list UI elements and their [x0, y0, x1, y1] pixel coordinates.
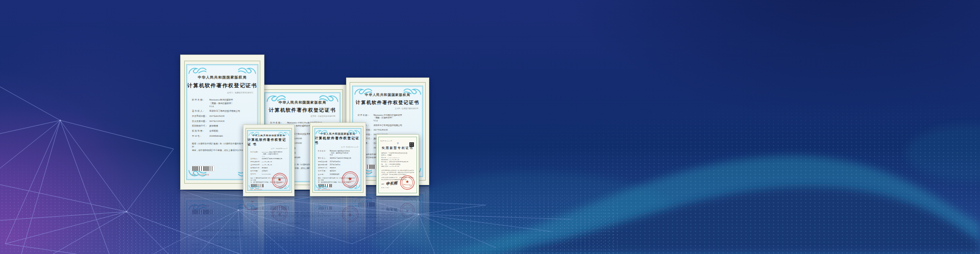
certificate-title: 计算机软件著作权登记证 书: [315, 248, 361, 254]
page-note: 第1页（共1页）: [381, 204, 398, 206]
corner-flourish-icon: [188, 169, 207, 177]
corner-flourish-icon: [315, 184, 328, 189]
certificate-title: 计算机软件著作权登记证书: [269, 107, 336, 114]
field-value: 深圳市马丁格尼尔技术有限公司: [262, 234, 282, 236]
seal-text: 国家知识产权局: [403, 184, 411, 186]
certificate-field-row: 开发完成日期：2017年05月01日: [358, 129, 418, 132]
certificate-field-row: 开发完成日期：2017年05月01日: [251, 231, 287, 233]
field-value: Martiantrier 双头二维码打标软件 〔简称：二维码打标软件〕 V1.0: [262, 151, 283, 158]
certificate-field-row: 权 利 范 围：全部权利: [251, 221, 287, 223]
patent-field-line: 授权公告日：2018年01月12日: [381, 166, 414, 168]
field-label: 开发完成日期：: [251, 161, 262, 163]
patent-field-line: 专利申请日：2017年05月16日: [381, 232, 414, 234]
certificate-paper: 中华人民共和国国家版权局 计算机软件著作权登记证 书 证书号：软著登字第2624…: [243, 124, 295, 196]
certificates-stage: 中华人民共和国国家版权局 计算机软件著作权登记证书 证书号：软著登字第26248…: [0, 0, 980, 254]
field-label: 首次发表日期：: [192, 120, 209, 123]
field-value: 深圳市马丁格尼尔技术有限公司: [330, 157, 351, 159]
certificate-field-row: 开发完成日期：2017年05月01日: [318, 231, 358, 233]
field-value: 原始取得: [330, 225, 336, 227]
field-value: 2018SR062409: [330, 218, 339, 220]
seal-text: 国家知识产权局: [403, 207, 411, 209]
certificate-field-row: 开发完成日期：2017年05月01日: [192, 115, 253, 118]
certificate-reflection: 证书号 第6843210号 实用新型专利证书 发明名称：一种激光打标机的自动定位…: [376, 197, 419, 254]
field-value: 2017年05月01日: [209, 115, 225, 118]
signature: 申长雨: [385, 206, 397, 212]
field-value: 2018SR062405: [209, 135, 223, 138]
corner-flourish-icon: [249, 205, 260, 209]
certificate-utility-model-patent: 证书号 第6843210号 实用新型专利证书 发明名称：一种激光打标机的自动定位…: [376, 134, 419, 196]
field-value: 2017年05月01日: [330, 231, 340, 233]
certificate-paper: 中华人民共和国国家版权局 计算机软件著作权登记证 书 证书号：软著登字第2624…: [243, 197, 295, 254]
certificate-title: 计算机软件著作权登记证书: [356, 99, 420, 106]
certificate-reflection: 中华人民共和国国家版权局 计算机软件著作权登记证 书 证书号：软著登字第2624…: [310, 197, 366, 254]
field-value: 2018SR062408: [262, 173, 271, 175]
certificate-field-row: 著 作 权 人：深圳市马丁格尼尔技术有限公司: [358, 124, 418, 127]
field-label: 登 记 号：: [251, 218, 262, 220]
certificate-field-row: 首次发表日期：2017年11月01日: [251, 164, 287, 166]
field-value: Martiantrier激光打标软件 〔简称：激光打标软件〕 V1.0: [209, 98, 233, 108]
field-label: 权利取得方式：: [251, 167, 262, 169]
certificate-number: 证书号：软著登字第2624820号: [395, 108, 419, 110]
certificate-field-row: 首次发表日期：2017年11月01日: [192, 120, 253, 123]
field-label: 登 记 号：: [251, 173, 262, 175]
field-label: 开发完成日期：: [251, 231, 262, 233]
certificate-field-row: 软 件 名 称：Martiantrier 视觉定位打标软件 〔简称：视觉定位打标…: [318, 238, 358, 244]
signature: 申长雨: [385, 181, 397, 187]
patent-field-line: 发明名称：一种激光打标机的自动定位装置: [381, 238, 414, 240]
field-value: 2017年11月01日: [262, 164, 272, 166]
field-label: 权 利 范 围：: [251, 221, 262, 223]
certificate-fields: 软 件 名 称：Martiantrier 视觉定位打标软件 〔简称：视觉定位打标…: [318, 218, 358, 244]
field-value: 全部权利: [209, 248, 218, 251]
certificate-fields: 软 件 名 称：Martiantrier 双头二维码打标软件 〔简称：二维码打标…: [251, 218, 287, 242]
field-label: 首次发表日期：: [251, 227, 262, 230]
certificate-field-row: 首次发表日期：2017年11月01日: [251, 227, 287, 230]
certificate-software-copyright-4: 中华人民共和国国家版权局 计算机软件著作权登记证 书 证书号：软著登字第2624…: [243, 124, 295, 196]
patent-paragraph: 本实用新型经过本局依照中华人民共和国专利法进行初步审查，决定授予专利权，颁发本证…: [381, 170, 414, 176]
field-label: 软 件 名 称：: [358, 114, 374, 117]
field-value: 全部权利: [330, 170, 336, 172]
field-value: 原始取得: [262, 224, 268, 226]
field-value: 2017年11月01日: [330, 164, 340, 166]
certificate-field-row: 软 件 名 称：Martiantrier 双头二维码打标软件 〔简称：二维码打标…: [251, 237, 287, 243]
certificate-field-row: 软 件 名 称：Martiantrier激光打标软件 〔简称：激光打标软件〕 V…: [192, 98, 253, 108]
field-value: Martiantrier PCB激光打标机软件 〔简称：打标机软件〕 V1.0: [374, 114, 402, 122]
star-icon: ★: [277, 212, 282, 217]
corner-flourish-icon: [319, 94, 338, 103]
field-value: 2017年11月01日: [209, 120, 225, 123]
certificate-paper: 证书号 第6843210号 实用新型专利证书 发明名称：一种激光打标机的自动定位…: [376, 197, 419, 254]
certificate-number: 证书号 第6843210号: [380, 140, 392, 142]
field-value: 2018SR062408: [262, 218, 271, 220]
certificate-field-row: 软 件 名 称：Martiantrier PCB激光打标机软件 〔简称：打标机软…: [358, 114, 418, 122]
patent-field-line: 地 址：广东省深圳市宝安区: [381, 227, 414, 229]
field-label: 权 利 范 围：: [192, 130, 209, 133]
certificate-number: 证书号：软著登字第2624819号: [311, 115, 336, 117]
certificate-number: 证书号 第6843210号: [380, 251, 392, 253]
field-value: 2017年05月01日: [374, 129, 388, 132]
certificate-field-row: 权利取得方式：原始取得: [318, 167, 358, 169]
corner-flourish-icon: [188, 67, 207, 75]
seal-text: 中国版权保护中心: [346, 181, 355, 184]
patent-fields: 发明名称：一种激光打标机的自动定位装置发 明 人：刘某某专 利 号：ZL 201…: [381, 224, 414, 240]
field-label: 开发完成日期：: [318, 161, 330, 163]
certificate-title: 实用新型专利证书: [382, 146, 413, 150]
certificate-field-row: 软 件 名 称：Martiantrier 双头二维码打标软件 〔简称：二维码打标…: [251, 151, 287, 158]
corner-flourish-icon: [403, 88, 421, 95]
field-value: 全部权利: [209, 130, 218, 133]
field-label: 权 利 范 围：: [318, 170, 330, 172]
certificate-title: 计算机软件著作权登记证 书: [315, 136, 361, 145]
cnipa-logo-icon: [394, 248, 402, 250]
certificate-number: 证书号：软著登字第2624822号: [341, 246, 358, 247]
seal-text: 中国版权保护中心: [276, 210, 284, 213]
field-label: 登 记 号：: [192, 135, 209, 138]
field-value: 2017年05月01日: [330, 161, 340, 163]
patent-field-line: 专 利 权 人：深圳市马丁格尼尔技术有限公司: [381, 229, 414, 231]
field-value: Martiantrier 视觉定位打标软件 〔简称：视觉定位打标软件〕 V1.0: [330, 238, 350, 244]
corner-flourish-icon: [348, 130, 360, 135]
corner-flourish-icon: [238, 67, 256, 75]
seal-text: 中国版权保护中心: [276, 182, 284, 184]
field-label: 权 利 范 围：: [192, 248, 209, 251]
field-value: 原始取得: [209, 124, 218, 128]
field-value: 全部权利: [262, 170, 268, 172]
corner-flourish-icon: [266, 94, 286, 103]
signer-label: 局长: [381, 208, 384, 210]
